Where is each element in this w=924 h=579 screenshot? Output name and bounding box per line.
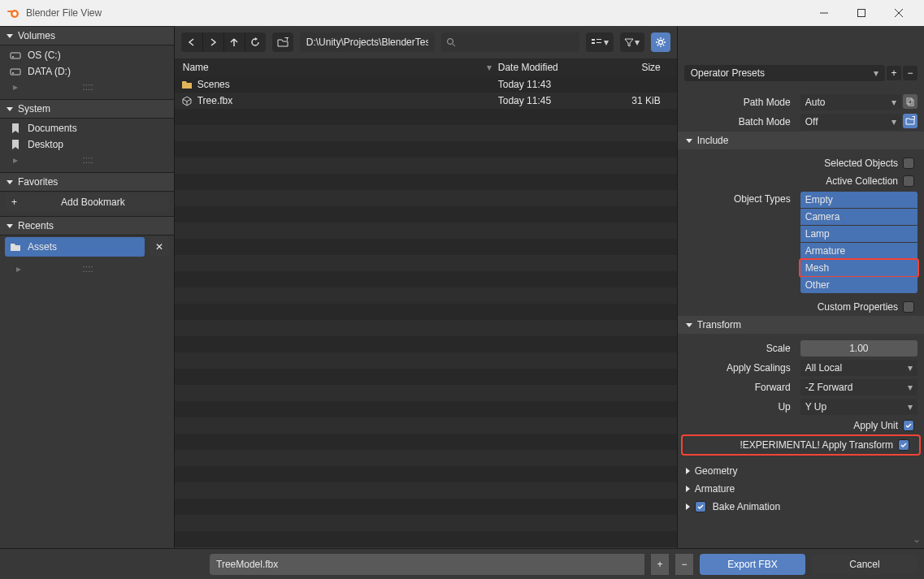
settings-button[interactable] bbox=[651, 32, 670, 52]
apply-transform-label: !EXPERIMENTAL! Apply Transform bbox=[740, 439, 893, 451]
transform-section-header[interactable]: Transform bbox=[678, 316, 924, 334]
path-mode-label: Path Mode bbox=[678, 97, 796, 108]
forward-select[interactable]: -Z Forward▾ bbox=[800, 379, 917, 395]
svg-point-9 bbox=[12, 72, 14, 74]
back-button[interactable] bbox=[181, 32, 202, 52]
active-collection-checkbox[interactable] bbox=[903, 175, 914, 187]
col-name[interactable]: Name▾ bbox=[175, 62, 498, 73]
file-row[interactable]: Scenes Today 11:43 bbox=[175, 76, 677, 93]
svg-line-12 bbox=[453, 44, 455, 46]
bake-animation-checkbox[interactable] bbox=[695, 501, 706, 512]
file-row[interactable]: Tree.fbx Today 11:45 31 KiB bbox=[175, 93, 677, 109]
apply-transform-checkbox[interactable] bbox=[898, 439, 909, 451]
filename-increment-button[interactable]: + bbox=[651, 554, 669, 575]
remove-recent-button[interactable]: ✕ bbox=[150, 237, 169, 257]
recents-header[interactable]: Recents bbox=[0, 216, 174, 235]
object-type-mesh[interactable]: Mesh bbox=[800, 260, 917, 276]
window-title: Blender File View bbox=[26, 7, 102, 19]
new-folder-button[interactable]: + bbox=[272, 32, 293, 52]
col-size[interactable]: Size bbox=[604, 62, 677, 73]
armature-section-header[interactable]: Armature bbox=[678, 480, 924, 498]
expand-icon[interactable]: ▸ bbox=[16, 263, 21, 274]
object-type-other[interactable]: Other bbox=[800, 277, 917, 293]
path-mode-select[interactable]: Auto▾ bbox=[800, 94, 901, 110]
custom-properties-label: Custom Properties bbox=[818, 301, 898, 313]
svg-text:+: + bbox=[284, 37, 288, 44]
volumes-header[interactable]: Volumes bbox=[0, 26, 174, 45]
display-mode-button[interactable]: ▾ bbox=[586, 32, 614, 52]
search-input[interactable] bbox=[441, 32, 579, 52]
apply-unit-checkbox[interactable] bbox=[903, 420, 914, 431]
forward-label: Forward bbox=[678, 382, 796, 393]
custom-properties-checkbox[interactable] bbox=[903, 301, 914, 313]
svg-line-25 bbox=[663, 39, 664, 40]
file-list: Scenes Today 11:43 Tree.fbx Today 11:45 … bbox=[175, 76, 677, 548]
svg-rect-6 bbox=[11, 53, 20, 58]
refresh-button[interactable] bbox=[245, 32, 266, 52]
object-type-lamp[interactable]: Lamp bbox=[800, 226, 917, 242]
maximize-button[interactable] bbox=[843, 0, 880, 26]
add-bookmark-button[interactable]: + Add Bookmark bbox=[5, 193, 169, 211]
svg-line-23 bbox=[663, 45, 664, 45]
svg-rect-8 bbox=[11, 69, 20, 75]
search-icon bbox=[446, 37, 456, 47]
recent-item[interactable]: Assets bbox=[5, 237, 145, 257]
expand-icon[interactable]: ▸ bbox=[13, 81, 18, 93]
path-input[interactable] bbox=[300, 32, 435, 52]
window: Blender File View Volumes OS (C:) DATA (… bbox=[0, 0, 924, 579]
close-button[interactable] bbox=[880, 0, 917, 26]
filter-button[interactable]: ▾ bbox=[620, 32, 644, 52]
minimize-button[interactable] bbox=[805, 0, 843, 26]
forward-button[interactable] bbox=[202, 32, 223, 52]
scroll-down-icon[interactable]: ⌄ bbox=[913, 534, 921, 545]
object-type-empty[interactable]: Empty bbox=[800, 192, 917, 208]
sidebar: Volumes OS (C:) DATA (D:) ▸:::: System D… bbox=[0, 26, 175, 548]
path-mode-copy-button[interactable] bbox=[903, 94, 917, 109]
scale-field[interactable]: 1.00 bbox=[800, 340, 917, 356]
up-select[interactable]: Y Up▾ bbox=[800, 399, 917, 415]
svg-rect-27 bbox=[909, 100, 913, 106]
folder-icon bbox=[181, 79, 193, 90]
grip-icon[interactable]: :::: bbox=[83, 81, 93, 93]
volumes-label: Volumes bbox=[18, 30, 55, 41]
export-button[interactable]: Export FBX bbox=[700, 554, 805, 575]
cancel-button[interactable]: Cancel bbox=[812, 554, 917, 575]
svg-line-22 bbox=[657, 39, 658, 40]
include-section-header[interactable]: Include bbox=[678, 132, 924, 149]
plus-icon: + bbox=[11, 197, 17, 208]
object-type-camera[interactable]: Camera bbox=[800, 209, 917, 225]
up-button[interactable] bbox=[223, 32, 245, 52]
system-item[interactable]: Desktop bbox=[5, 136, 169, 153]
svg-rect-26 bbox=[907, 98, 912, 104]
system-item[interactable]: Documents bbox=[5, 120, 169, 136]
object-type-armature[interactable]: Armature bbox=[800, 243, 917, 259]
volume-item[interactable]: DATA (D:) bbox=[5, 63, 169, 80]
apply-scalings-select[interactable]: All Local▾ bbox=[800, 360, 917, 376]
svg-point-7 bbox=[12, 56, 14, 58]
filename-decrement-button[interactable]: − bbox=[675, 554, 693, 575]
selected-objects-checkbox[interactable] bbox=[903, 158, 914, 169]
preset-add-button[interactable]: + bbox=[887, 66, 901, 80]
batch-own-dir-button[interactable]: + bbox=[903, 114, 917, 128]
recents-label: Recents bbox=[18, 220, 54, 231]
grip-icon[interactable]: :::: bbox=[83, 263, 93, 274]
filename-input[interactable] bbox=[210, 554, 644, 575]
favorites-header[interactable]: Favorites bbox=[0, 172, 174, 192]
system-header[interactable]: System bbox=[0, 99, 174, 119]
col-date[interactable]: Date Modified bbox=[498, 62, 604, 73]
favorites-label: Favorites bbox=[18, 176, 58, 188]
geometry-section-header[interactable]: Geometry bbox=[678, 462, 924, 480]
bake-animation-section-header[interactable]: Bake Animation bbox=[678, 498, 924, 516]
grip-icon[interactable]: :::: bbox=[83, 154, 93, 166]
expand-icon[interactable]: ▸ bbox=[13, 154, 18, 166]
svg-rect-14 bbox=[592, 42, 595, 44]
svg-rect-16 bbox=[596, 42, 601, 43]
svg-point-1 bbox=[13, 12, 17, 16]
scale-label: Scale bbox=[678, 343, 796, 354]
svg-line-24 bbox=[657, 45, 658, 45]
preset-remove-button[interactable]: − bbox=[903, 66, 917, 80]
apply-scalings-label: Apply Scalings bbox=[678, 362, 796, 374]
operator-presets-select[interactable]: Operator Presets▾ bbox=[684, 65, 885, 81]
batch-mode-select[interactable]: Off▾ bbox=[800, 114, 901, 130]
volume-item[interactable]: OS (C:) bbox=[5, 47, 169, 63]
